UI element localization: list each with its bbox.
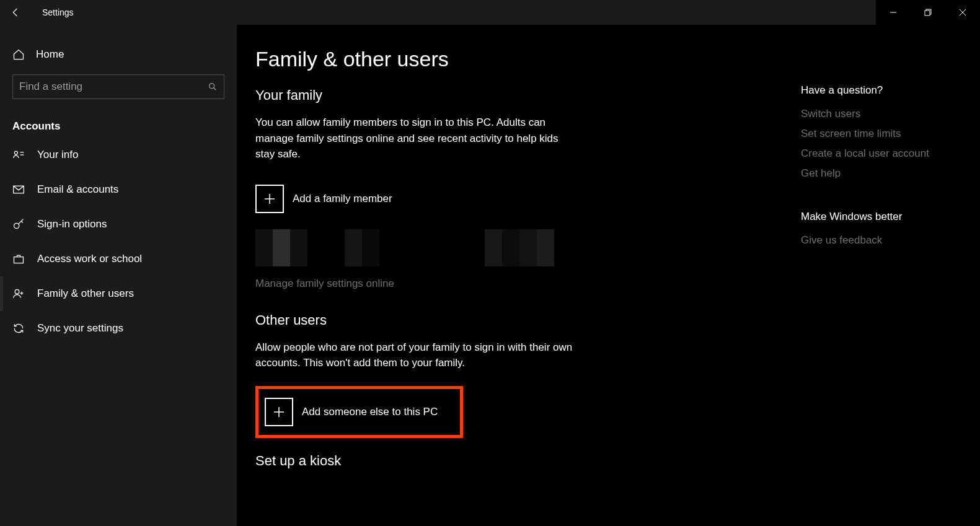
sidebar-item-label: Family & other users [37,287,134,300]
home-icon [12,48,25,61]
home-button[interactable]: Home [0,42,237,67]
sidebar-item-access-work-school[interactable]: Access work or school [0,242,237,276]
help-link-local-account[interactable]: Create a local user account [801,147,929,160]
svg-line-12 [21,221,22,223]
key-icon [12,218,25,230]
search-box[interactable] [12,74,224,99]
sidebar-item-label: Email & accounts [37,183,118,196]
maximize-button[interactable] [911,0,945,25]
sidebar-item-email-accounts[interactable]: Email & accounts [0,172,237,207]
help-link-get-help[interactable]: Get help [801,167,929,180]
add-family-label: Add a family member [293,193,392,205]
other-users-heading: Other users [255,312,726,328]
back-button[interactable] [10,7,30,18]
close-button[interactable] [945,0,980,25]
sidebar-item-label: Sign-in options [37,218,107,230]
add-other-user-label: Add someone else to this PC [302,406,438,418]
your-family-description: You can allow family members to sign in … [255,115,578,162]
titlebar: Settings [0,0,980,25]
people-icon [12,287,25,300]
add-other-user-button[interactable]: Add someone else to this PC [255,386,463,438]
page-title: Family & other users [255,47,726,71]
redacted-family-member [255,229,726,266]
sidebar-item-label: Your info [37,149,78,161]
help-link-screen-time[interactable]: Set screen time limits [801,128,929,140]
sidebar-item-your-info[interactable]: Your info [0,138,237,172]
minimize-button[interactable] [876,0,911,25]
help-link-switch-users[interactable]: Switch users [801,108,929,120]
svg-point-4 [210,84,214,89]
sidebar-section-label: Accounts [12,120,224,133]
svg-line-11 [19,219,24,224]
help-column: Have a question? Switch users Set screen… [801,47,929,526]
svg-line-5 [214,88,216,90]
sidebar-item-family-other-users[interactable]: Family & other users [0,276,237,311]
sync-icon [12,322,25,335]
svg-rect-13 [14,257,24,263]
home-label: Home [36,48,64,61]
sidebar-item-sync-settings[interactable]: Sync your settings [0,311,237,346]
briefcase-icon [12,253,25,265]
help-question-heading: Have a question? [801,84,929,97]
sidebar-item-label: Access work or school [37,253,142,265]
person-card-icon [12,149,25,161]
main-content: Family & other users Your family You can… [237,25,980,526]
svg-point-14 [15,289,19,294]
help-link-feedback[interactable]: Give us feedback [801,234,929,247]
plus-icon [255,185,284,213]
sidebar-item-label: Sync your settings [37,322,123,335]
setup-kiosk-heading: Set up a kiosk [255,453,726,469]
help-better-heading: Make Windows better [801,211,929,223]
svg-point-10 [14,223,19,228]
svg-rect-1 [925,11,930,15]
add-family-member-button[interactable]: Add a family member [255,180,726,218]
sidebar-item-signin-options[interactable]: Sign-in options [0,207,237,242]
mail-icon [12,183,25,196]
search-icon [208,82,218,92]
manage-family-settings-link[interactable]: Manage family settings online [255,278,726,290]
window-controls [876,0,980,25]
svg-point-6 [14,151,17,154]
search-input[interactable] [19,81,208,93]
window-title: Settings [42,7,74,17]
your-family-heading: Your family [255,87,726,103]
sidebar: Home Accounts Your info [0,25,237,526]
plus-icon [265,398,293,426]
other-users-description: Allow people who are not part of your fa… [255,340,578,371]
